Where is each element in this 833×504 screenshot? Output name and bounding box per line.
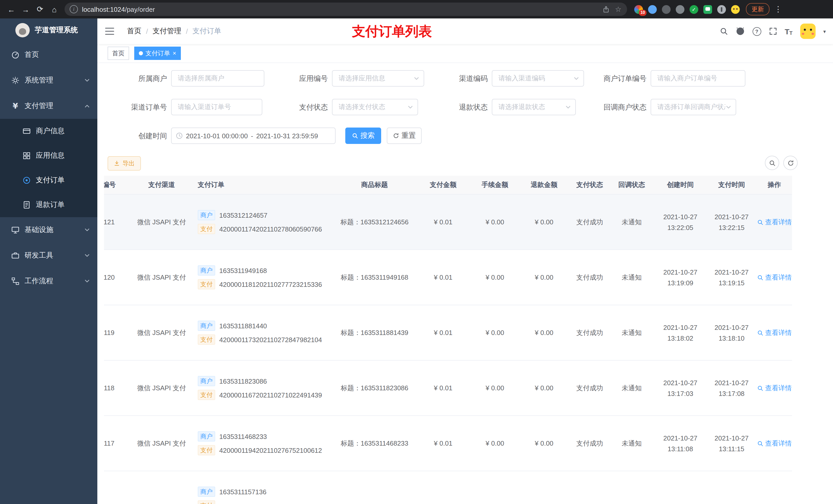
sidebar-item-system[interactable]: 系统管理 — [0, 68, 97, 93]
extension-icon-5[interactable]: ✓ — [690, 5, 698, 14]
share-icon[interactable] — [603, 6, 610, 13]
sidebar-item-payment[interactable]: ¥ 支付管理 — [0, 93, 97, 119]
chevron-down-icon — [407, 104, 413, 110]
browser-menu-icon[interactable]: ⋮ — [774, 5, 783, 14]
export-button[interactable]: 导出 — [108, 156, 141, 171]
sidebar: 芋道管理系统 首页 系统管理 ¥ 支付管理 — [0, 19, 97, 504]
table-row[interactable]: 120 微信 JSAPI 支付 商户1635311949168 支付420000… — [104, 250, 792, 305]
channel-order-no-input[interactable]: 请输入渠道订单号 — [171, 99, 262, 115]
address-bar[interactable]: i localhost:1024/pay/order ☆ — [65, 3, 627, 16]
col-title: 商品标题 — [333, 180, 416, 190]
refund-status-select[interactable]: 请选择退款状态 — [492, 99, 576, 115]
notify-status-select[interactable]: 请选择订单回调商户状态 — [651, 99, 736, 115]
view-detail-link[interactable]: 查看详情 — [755, 217, 792, 226]
extension-icon-1[interactable]: 10 — [634, 5, 643, 14]
navbar-actions: ? TT ▾ — [719, 19, 826, 44]
extension-badge: 10 — [639, 9, 646, 16]
create-time-range-picker[interactable]: 2021-10-01 00:00:00 - 2021-10-31 23:59:5… — [171, 127, 336, 144]
main-content: 首页 / 支付管理 / 支付订单 支付订单列表 ? TT — [97, 19, 833, 504]
pin-icon[interactable] — [717, 5, 726, 14]
close-tab-icon[interactable]: × — [173, 50, 176, 56]
extension-icon-3[interactable] — [662, 5, 671, 14]
table-row[interactable]: 118 微信 JSAPI 支付 商户1635311823086 支付420000… — [104, 361, 792, 416]
filter-label-create-time: 创建时间 — [105, 127, 167, 144]
sidebar-item-label: 应用信息 — [36, 151, 65, 160]
view-detail-link[interactable]: 查看详情 — [755, 273, 792, 282]
breadcrumb-separator: / — [186, 27, 188, 35]
site-info-icon[interactable]: i — [70, 5, 78, 13]
bookmark-star-icon[interactable]: ☆ — [615, 5, 621, 13]
merchant-order-no-input[interactable]: 请输入商户订单编号 — [651, 70, 745, 87]
sidebar-item-merchant-info[interactable]: 商户信息 — [0, 119, 97, 143]
orders-table: 编号 支付渠道 支付订单 商品标题 支付金额 手续金额 退款金额 支付状态 回调… — [104, 176, 792, 504]
sidebar-item-label: 支付订单 — [36, 176, 65, 185]
font-size-icon[interactable]: TT — [785, 27, 792, 35]
export-button-label: 导出 — [122, 159, 135, 168]
breadcrumb-home[interactable]: 首页 — [127, 27, 141, 36]
cell-notify: 未通知 — [611, 439, 653, 448]
sidebar-item-pay-order[interactable]: 支付订单 — [0, 168, 97, 193]
cell-refund: ¥ 0.00 — [520, 384, 569, 392]
home-icon[interactable]: ⌂ — [47, 2, 62, 16]
sidebar-item-refund-order[interactable]: 退款订单 — [0, 193, 97, 217]
cell-amount: ¥ 0.01 — [416, 218, 470, 226]
sidebar-item-app-info[interactable]: 应用信息 — [0, 143, 97, 168]
chevron-down-icon — [84, 227, 90, 233]
channel-code-select[interactable]: 请输入渠道编码 — [492, 70, 584, 87]
extension-icon-4[interactable] — [676, 5, 685, 14]
placeholder-text: 请选择退款状态 — [498, 102, 545, 112]
breadcrumb-payment[interactable]: 支付管理 — [153, 27, 181, 36]
pay-status-select[interactable]: 请选择支付状态 — [332, 99, 418, 115]
help-icon[interactable]: ? — [752, 27, 761, 35]
reset-button[interactable]: 重置 — [387, 127, 422, 144]
app-select[interactable]: 请选择应用信息 — [332, 70, 424, 87]
merchant-tag: 商户 — [198, 486, 215, 497]
sidebar-item-label: 退款订单 — [36, 200, 65, 210]
tab-pay-order[interactable]: 支付订单 × — [134, 47, 181, 60]
search-icon[interactable] — [719, 27, 728, 35]
tab-home[interactable]: 首页 — [108, 47, 129, 60]
cell-title: 标题：1635311823086 — [333, 383, 416, 392]
view-detail-link[interactable]: 查看详情 — [755, 328, 792, 337]
app-logo[interactable]: 芋道管理系统 — [0, 19, 97, 42]
table-row[interactable]: 117 微信 JSAPI 支付 商户1635311468233 支付420000… — [104, 416, 792, 471]
filter-label-merchant-order-no: 商户订单编号 — [585, 70, 646, 87]
merchant-select[interactable]: 请选择所属商户 — [171, 70, 264, 87]
table-row[interactable]: 119 微信 JSAPI 支付 商户1635311881440 支付420000… — [104, 305, 792, 361]
col-create-time: 创建时间 — [653, 180, 708, 190]
extension-icon-2[interactable] — [648, 5, 657, 14]
cell-id: 119 — [104, 329, 129, 337]
collapse-sidebar-icon[interactable] — [105, 27, 114, 35]
app-title: 芋道管理系统 — [35, 26, 78, 35]
extension-icon-6[interactable] — [704, 5, 712, 14]
back-icon[interactable]: ← — [4, 2, 19, 16]
fullscreen-icon[interactable] — [769, 27, 777, 35]
filter-label-merchant: 所属商户 — [105, 70, 167, 87]
browser-update-button[interactable]: 更新 — [746, 3, 769, 15]
search-button[interactable]: 搜索 — [345, 127, 381, 144]
tab-label: 支付订单 — [145, 49, 170, 57]
view-detail-label: 查看详情 — [765, 439, 792, 448]
toggle-search-button[interactable] — [765, 156, 779, 170]
sidebar-item-home[interactable]: 首页 — [0, 42, 97, 68]
sidebar-item-dev-tools[interactable]: 研发工具 — [0, 243, 97, 268]
table-row[interactable]: 121 微信 JSAPI 支付 商户1635312124657 支付420000… — [104, 195, 792, 250]
github-icon[interactable] — [735, 27, 745, 36]
view-detail-link[interactable]: 查看详情 — [755, 439, 792, 448]
user-menu-caret-icon[interactable]: ▾ — [823, 28, 826, 34]
view-detail-link[interactable]: 查看详情 — [755, 383, 792, 392]
sidebar-item-workflow[interactable]: 工作流程 — [0, 268, 97, 294]
forward-icon[interactable]: → — [19, 2, 33, 16]
table-row[interactable]: 商户1635311157136 支付 — [104, 471, 792, 504]
smiley-extension-icon[interactable] — [731, 5, 740, 14]
sidebar-item-infrastructure[interactable]: 基础设施 — [0, 217, 97, 243]
refresh-table-button[interactable] — [783, 156, 798, 170]
cell-refund: ¥ 0.00 — [520, 329, 569, 337]
sidebar-item-label: 商户信息 — [36, 126, 65, 136]
reload-icon[interactable]: ⟳ — [33, 2, 47, 16]
chevron-down-icon — [84, 253, 90, 259]
user-avatar[interactable] — [800, 24, 815, 39]
col-actions: 操作 — [755, 180, 792, 190]
cell-create-time: 2021-10-2713:11:08 — [653, 433, 708, 454]
cell-id: 117 — [104, 439, 129, 447]
